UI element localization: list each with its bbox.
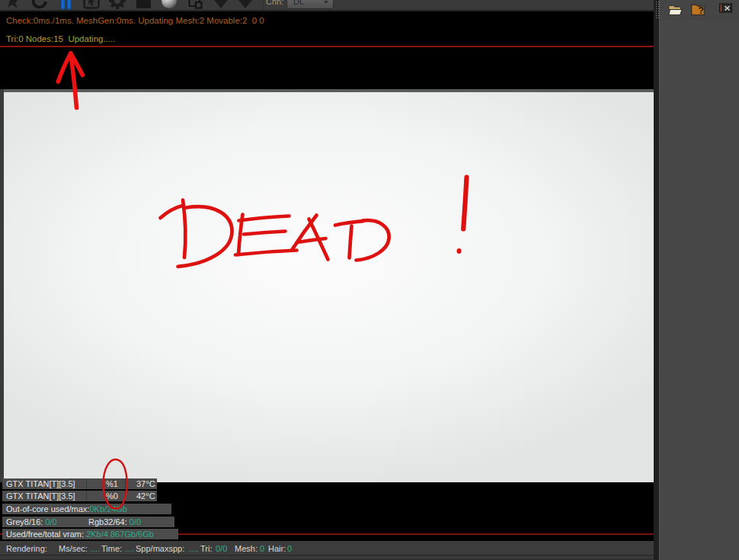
spp-label: Spp/maxspp: (136, 544, 184, 553)
gear-icon[interactable] (107, 0, 127, 11)
gpu-row-1: GTX TITAN[T][3.5] %1 37°C (2, 478, 157, 489)
channel-dropdown-value: DL (293, 0, 304, 6)
pick-down-icon[interactable] (211, 0, 231, 11)
ms-label: Ms/sec: (59, 544, 88, 553)
panel-divider (654, 0, 659, 560)
buffer-row: Grey8/16: 0/0Rgb32/64: 0/0 (2, 517, 174, 527)
render-statusbar: Rendering: Ms/sec: .... Time: .... Spp/m… (0, 541, 657, 555)
pause-icon[interactable] (56, 0, 75, 11)
detach-panel-icon[interactable] (719, 2, 732, 14)
open-folder-icon[interactable] (667, 2, 683, 17)
time-label: Time: (101, 544, 122, 553)
channel-label: Chn: (266, 0, 283, 6)
svg-text:?: ? (699, 5, 704, 16)
render-viewport[interactable] (4, 89, 654, 482)
out-of-core-row: Out-of-core used/max:0Kb/24Gb (2, 504, 171, 514)
spp-value: .... (189, 544, 198, 553)
mesh-status-line: Check:0ms./1ms. MeshGen:0ms. Updating Me… (6, 16, 264, 25)
help-folder-icon[interactable]: ? (690, 2, 706, 17)
hair-value: 0 (287, 544, 292, 553)
side-panel: ? (659, 0, 739, 560)
vram-row: Used/free/total vram: 2Kb/4.867Gb/6Gb (2, 529, 178, 539)
rendering-label: Rendering: (6, 544, 47, 553)
octane-render-window: Chn: DL Check:0ms./1ms. MeshGen:0ms. Upd… (0, 0, 739, 560)
mesh-value: 0 (260, 544, 264, 553)
panel-grip-handle[interactable] (655, 1, 660, 19)
toolbar-separator (263, 0, 264, 10)
time-value: .... (125, 544, 134, 553)
select-region-icon[interactable] (82, 0, 101, 11)
tri-nodes-status-line: Tri:0 Nodes:15 Updating..... (6, 34, 115, 43)
refresh-icon[interactable] (30, 0, 50, 11)
ms-value: .... (91, 544, 100, 553)
sphere-icon[interactable] (159, 0, 179, 11)
toolbar-bottom-edge (0, 10, 657, 11)
red-separator-top (0, 46, 657, 47)
channel-dropdown[interactable]: DL (286, 0, 334, 9)
hair-label: Hair: (268, 544, 286, 553)
pin-icon[interactable] (4, 0, 24, 11)
mesh-label: Mesh: (235, 544, 258, 553)
side-panel-toolbar: ? (660, 0, 739, 20)
chevron-down-icon (324, 1, 328, 4)
film-square-icon[interactable] (133, 0, 153, 11)
pick-down-icon-2[interactable] (235, 0, 255, 11)
tri-label: Tri: (200, 544, 212, 553)
tri-value: 0/0 (216, 544, 227, 553)
gpu-row-2: GTX TITAN[T][3.5] %0 42°C (2, 491, 157, 501)
render-toolbar: Chn: DL (0, 0, 657, 11)
copy-page-icon[interactable] (185, 0, 205, 11)
